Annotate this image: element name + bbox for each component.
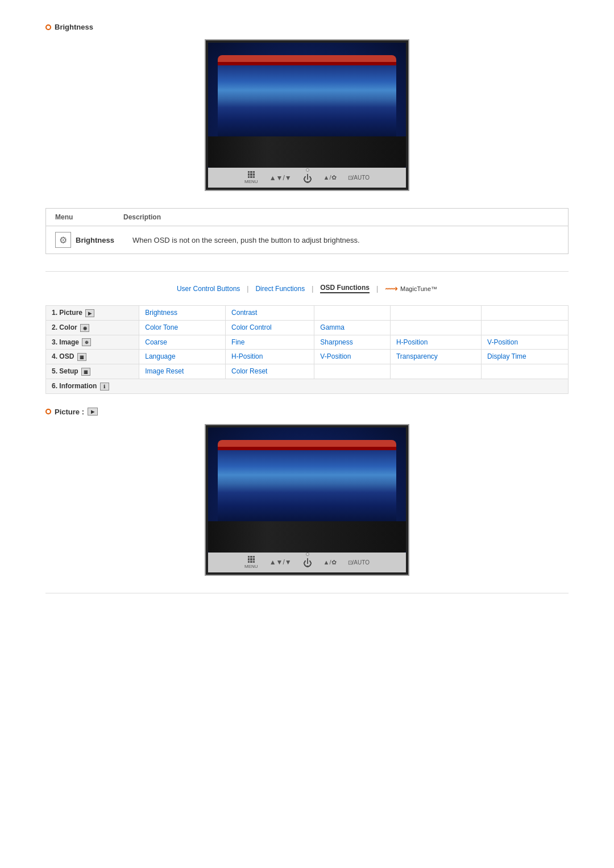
osd-cell-h-position[interactable]: H-Position xyxy=(390,335,481,350)
picture-menu-button[interactable]: MENU xyxy=(244,556,258,569)
nav-sep-1: | xyxy=(247,285,248,293)
osd-cell-gamma[interactable]: Gamma xyxy=(314,320,391,335)
osd-cell-image-reset[interactable]: Image Reset xyxy=(139,364,226,379)
nav-arrows-symbol: ▲▼/▼ xyxy=(269,174,292,182)
osd-cell-color-reset[interactable]: Color Reset xyxy=(226,364,314,379)
osd-cell-empty-8 xyxy=(482,364,569,379)
power-symbol: ⏻ xyxy=(303,174,312,184)
bullet-icon xyxy=(45,24,51,30)
picture-icon: ▶ xyxy=(85,309,94,317)
picture-power-led xyxy=(306,553,309,556)
divider-bottom xyxy=(45,593,569,593)
brightness-symbol: ▲/✿ xyxy=(323,174,337,181)
osd-cell-empty-6 xyxy=(314,364,391,379)
menu-label: MENU xyxy=(244,179,258,184)
osd-row-osd: 4. OSD ▦ Language H-Position V-Position … xyxy=(46,350,569,364)
info-table-header: Menu Description xyxy=(46,209,568,226)
osd-row-setup-label: 5. Setup ▦ xyxy=(46,364,139,379)
description-col-header: Description xyxy=(123,213,559,221)
osd-cell-color-control[interactable]: Color Control xyxy=(226,320,314,335)
info-table: Menu Description ⚙ Brightness When OSD i… xyxy=(45,208,569,254)
osd-cell-sharpness[interactable]: Sharpness xyxy=(314,335,391,350)
picture-mode-icon: ▶ xyxy=(88,408,98,416)
tab-direct-functions[interactable]: Direct Functions xyxy=(255,285,305,293)
osd-cell-contrast[interactable]: Contrast xyxy=(226,306,314,321)
setup-icon: ▦ xyxy=(81,368,90,376)
osd-cell-fine[interactable]: Fine xyxy=(226,335,314,350)
row-description: When OSD is not on the screen, push the … xyxy=(132,236,559,244)
osd-cell-empty-4 xyxy=(390,320,481,335)
picture-input-auto-button[interactable]: ⊡/AUTO xyxy=(348,559,370,566)
information-icon: ℹ xyxy=(100,383,109,391)
monitor-screen xyxy=(208,43,406,168)
osd-cell-empty-3 xyxy=(482,306,569,321)
osd-cell-display-time[interactable]: Display Time xyxy=(482,350,569,364)
gear-icon: ⚙ xyxy=(55,232,71,248)
osd-cell-empty-7 xyxy=(390,364,481,379)
picture-nav-arrows-button[interactable]: ▲▼/▼ xyxy=(269,558,292,566)
picture-monitor-container: MENU ▲▼/▼ ⏻ ▲/✿ ⊡/AUTO xyxy=(45,424,569,576)
osd-row-picture: 1. Picture ▶ Brightness Contrast xyxy=(46,306,569,321)
osd-row-color: 2. Color ◉ Color Tone Color Control Gamm… xyxy=(46,320,569,335)
nav-sep-3: | xyxy=(376,285,378,293)
picture-section-title: Picture : ▶ xyxy=(45,408,569,416)
brightness-section-title: Brightness xyxy=(45,23,569,31)
brightness-button[interactable]: ▲/✿ xyxy=(323,174,337,181)
tab-user-control-buttons[interactable]: User Control Buttons xyxy=(177,285,240,293)
nav-sep-2: | xyxy=(312,285,313,293)
osd-row-picture-label: 1. Picture ▶ xyxy=(46,306,139,321)
picture-menu-label: MENU xyxy=(244,564,258,569)
osd-cell-transparency[interactable]: Transparency xyxy=(390,350,481,364)
osd-cell-empty-5 xyxy=(482,320,569,335)
osd-cell-color-tone[interactable]: Color Tone xyxy=(139,320,226,335)
picture-nav-arrows-symbol: ▲▼/▼ xyxy=(269,558,292,566)
osd-cell-v-position[interactable]: V-Position xyxy=(482,335,569,350)
osd-row-setup: 5. Setup ▦ Image Reset Color Reset xyxy=(46,364,569,379)
nav-arrows-button[interactable]: ▲▼/▼ xyxy=(269,174,292,182)
menu-button[interactable]: MENU xyxy=(244,171,258,184)
osd-cell-empty-1 xyxy=(314,306,391,321)
osd-row-information-label: 6. Information ℹ xyxy=(46,379,569,394)
osd-functions-table: 1. Picture ▶ Brightness Contrast 2. Colo… xyxy=(45,305,569,394)
osd-row-image: 3. Image ⊕ Coarse Fine Sharpness H-Posit… xyxy=(46,335,569,350)
osd-cell-empty-2 xyxy=(390,306,481,321)
monitor-container: MENU ▲▼/▼ ⏻ ▲/✿ ⊡/AUTO xyxy=(45,39,569,191)
osd-cell-osd-h-position[interactable]: H-Position xyxy=(226,350,314,364)
osd-icon: ▦ xyxy=(77,353,86,361)
divider-1 xyxy=(45,271,569,272)
picture-monitor-controls: MENU ▲▼/▼ ⏻ ▲/✿ ⊡/AUTO xyxy=(208,553,406,572)
input-auto-button[interactable]: ⊡/AUTO xyxy=(348,175,370,181)
power-led xyxy=(306,168,309,172)
osd-cell-brightness[interactable]: Brightness xyxy=(139,306,226,321)
magictune-link[interactable]: ⟿ MagicTune™ xyxy=(385,283,437,294)
osd-row-color-label: 2. Color ◉ xyxy=(46,320,139,335)
picture-input-symbol: ⊡/AUTO xyxy=(348,559,370,566)
picture-car-image xyxy=(208,427,406,553)
picture-power-symbol: ⏻ xyxy=(303,558,312,568)
osd-cell-osd-v-position[interactable]: V-Position xyxy=(314,350,391,364)
info-table-row: ⚙ Brightness When OSD is not on the scre… xyxy=(46,226,568,254)
image-icon: ⊕ xyxy=(82,338,91,346)
car-image xyxy=(208,43,406,168)
tab-osd-functions[interactable]: OSD Functions xyxy=(320,284,370,293)
row-menu-label: Brightness xyxy=(76,236,132,244)
menu-col-header: Menu xyxy=(55,213,123,221)
picture-bullet-icon xyxy=(45,409,51,414)
brightness-title-text: Brightness xyxy=(55,23,93,31)
picture-brightness-symbol: ▲/✿ xyxy=(323,559,337,566)
osd-row-information: 6. Information ℹ xyxy=(46,379,569,394)
picture-monitor-frame: MENU ▲▼/▼ ⏻ ▲/✿ ⊡/AUTO xyxy=(205,424,409,576)
picture-title-text: Picture : xyxy=(55,408,84,416)
input-symbol: ⊡/AUTO xyxy=(348,175,370,181)
row-icon-cell: ⚙ xyxy=(55,232,76,248)
power-button[interactable]: ⏻ xyxy=(303,172,312,184)
picture-power-button[interactable]: ⏻ xyxy=(303,556,312,568)
osd-cell-language[interactable]: Language xyxy=(139,350,226,364)
color-icon: ◉ xyxy=(80,324,89,332)
monitor-controls: MENU ▲▼/▼ ⏻ ▲/✿ ⊡/AUTO xyxy=(208,168,406,188)
osd-row-osd-label: 4. OSD ▦ xyxy=(46,350,139,364)
monitor-frame: MENU ▲▼/▼ ⏻ ▲/✿ ⊡/AUTO xyxy=(205,39,409,191)
magictune-label: MagicTune™ xyxy=(400,285,437,292)
picture-brightness-button[interactable]: ▲/✿ xyxy=(323,559,337,566)
osd-cell-coarse[interactable]: Coarse xyxy=(139,335,226,350)
